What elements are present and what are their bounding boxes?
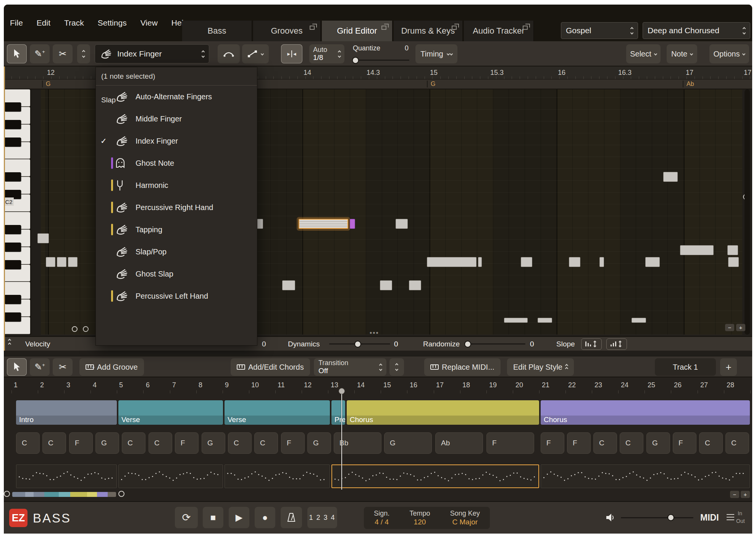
chord-marker[interactable]: G [427, 81, 435, 87]
context-menu-item[interactable]: ✓ Slap [96, 90, 116, 110]
timing-button[interactable]: Timing [415, 44, 457, 63]
groove-wave-panel[interactable] [225, 464, 330, 488]
chord-block[interactable]: F [541, 432, 564, 454]
count-in-button[interactable]: 1 2 3 4 [307, 507, 337, 528]
midi-note[interactable] [478, 257, 482, 267]
midi-note[interactable] [57, 257, 66, 267]
groove-wave-panel[interactable] [16, 464, 117, 488]
chord-block[interactable]: C [725, 432, 749, 454]
chord-block[interactable]: C [620, 432, 643, 454]
chord-block[interactable]: C [228, 432, 252, 454]
groove-wave-panel[interactable] [331, 464, 539, 488]
menu-item[interactable]: File [10, 18, 23, 28]
midi-note[interactable] [380, 280, 392, 290]
midi-note[interactable] [68, 257, 78, 267]
dynamics-knob[interactable] [354, 341, 361, 348]
midi-note[interactable] [599, 257, 604, 267]
piano-black-key[interactable] [5, 138, 21, 147]
pointer-tool-button[interactable] [7, 358, 27, 376]
context-menu-item[interactable]: ✓ Middle Finger [96, 108, 257, 130]
grid-zoom-handle[interactable] [83, 326, 89, 332]
midi-note[interactable] [46, 257, 55, 267]
piano-black-key[interactable] [5, 243, 21, 252]
context-menu-item[interactable]: ✓ Ghost Note [96, 152, 257, 174]
midi-note[interactable] [538, 318, 552, 323]
play-button[interactable]: ▶ [229, 507, 249, 528]
midi-note[interactable] [37, 233, 49, 243]
grid-resolution-select[interactable]: Auto1/8 [309, 44, 344, 63]
note-menu-button[interactable]: Note [667, 44, 697, 63]
track-selector[interactable]: Track 1 [655, 358, 716, 376]
chord-block[interactable]: F [175, 432, 199, 454]
popout-icon[interactable] [384, 24, 389, 28]
add-groove-button[interactable]: + Add Groove [79, 358, 144, 376]
midi-note[interactable] [645, 257, 660, 267]
chord-marker[interactable]: G [42, 81, 50, 87]
options-menu-button[interactable]: Options [709, 44, 749, 63]
menu-item[interactable]: Edit [37, 18, 50, 28]
song-section[interactable]: Pre Chorus [331, 400, 345, 425]
tab[interactable]: Grid Editor [322, 21, 393, 41]
overview-scroll-handle[interactable] [118, 491, 124, 497]
row-spinner[interactable] [77, 44, 90, 63]
song-section[interactable]: Verse [118, 400, 223, 425]
chord-marker[interactable]: Ab [683, 81, 694, 87]
midi-note[interactable] [409, 280, 421, 290]
piano-black-key[interactable] [5, 295, 21, 304]
context-menu-item[interactable]: ✓ Ghost Slap [96, 263, 257, 285]
midi-note[interactable] [521, 257, 532, 267]
chord-block[interactable]: C [122, 432, 145, 454]
groove-wave-panel[interactable] [541, 464, 750, 488]
context-menu-item[interactable]: ✓ Auto-Alternate Fingers [96, 86, 257, 108]
pointer-tool-button[interactable] [7, 44, 27, 63]
song-section[interactable]: Chorus [541, 400, 750, 425]
add-edit-chords-button[interactable]: Add/Edit Chords [231, 358, 310, 376]
chord-block[interactable]: G [307, 432, 331, 454]
zoom-out-button[interactable]: − [725, 324, 734, 331]
select-menu-button[interactable]: Select [626, 44, 661, 63]
midi-note[interactable] [299, 219, 348, 229]
midi-note[interactable] [727, 245, 738, 255]
piano-black-key[interactable] [5, 172, 21, 181]
slide-tool-button[interactable] [242, 44, 269, 63]
midi-note[interactable] [728, 257, 739, 267]
menu-item[interactable]: View [141, 18, 158, 28]
song-zoom-out-button[interactable]: − [730, 491, 739, 498]
chord-block[interactable]: F [567, 432, 591, 454]
randomize-knob[interactable] [464, 341, 471, 348]
speaker-icon[interactable] [606, 513, 615, 522]
overview-scroll-handle[interactable] [4, 491, 10, 497]
chord-block[interactable]: Bb [334, 432, 381, 454]
quantize-knob[interactable] [352, 57, 359, 64]
chord-block[interactable]: F [69, 432, 93, 454]
song-section[interactable]: Intro [16, 400, 117, 425]
playhead-handle[interactable] [339, 388, 345, 394]
tab[interactable]: Drums & Keys [394, 21, 463, 41]
chord-block[interactable]: F [281, 432, 305, 454]
context-menu-item[interactable]: ✓ Percussive Left Hand [96, 285, 257, 307]
chord-block[interactable]: G [384, 432, 432, 454]
preset-select[interactable]: Gospel [561, 22, 638, 39]
groove-wave-panel[interactable] [118, 464, 223, 488]
pencil-tool-button[interactable]: ✎+ [30, 358, 50, 376]
context-menu-item[interactable]: ✓ Percussive Right Hand [96, 196, 257, 218]
chord-block[interactable]: C [149, 432, 172, 454]
chord-block[interactable]: G [646, 432, 670, 454]
context-menu-item[interactable]: ✓ Tapping [96, 218, 257, 241]
piano-black-key[interactable] [5, 102, 21, 112]
midi-note[interactable] [632, 318, 646, 323]
chord-block[interactable]: G [95, 432, 119, 454]
chord-block[interactable]: C [593, 432, 617, 454]
randomize-slider[interactable] [464, 343, 525, 345]
articulation-select[interactable]: Index Finger [95, 44, 209, 63]
piano-black-key[interactable] [5, 225, 21, 234]
snap-toggle-button[interactable]: ▸◂ [281, 44, 302, 63]
stop-button[interactable]: ■ [203, 507, 223, 528]
transition-select[interactable]: TransitionOff [314, 358, 386, 376]
popout-icon[interactable] [454, 24, 459, 28]
metronome-button[interactable] [281, 507, 302, 528]
piano-black-key[interactable] [5, 120, 21, 129]
midi-note[interactable] [504, 318, 528, 323]
vertical-scrollbar[interactable] [745, 89, 750, 335]
popout-icon[interactable] [525, 24, 530, 28]
